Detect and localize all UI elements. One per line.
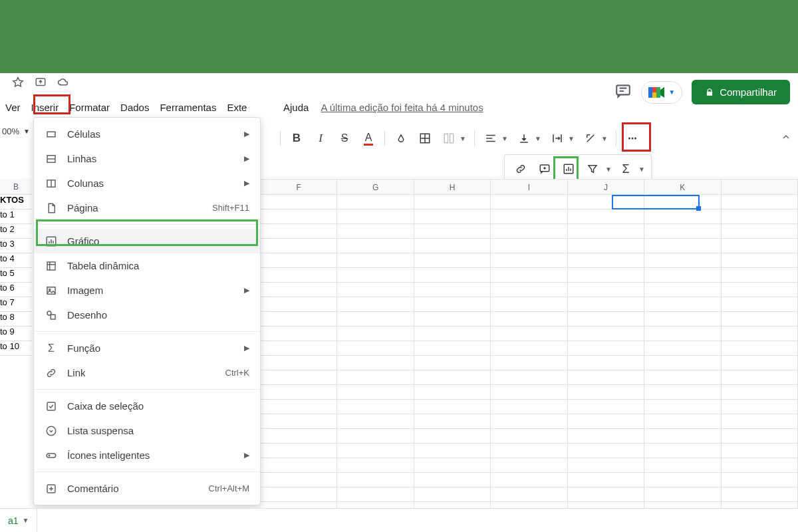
- sheet-tab-active[interactable]: a1 ▼: [0, 509, 37, 533]
- grid-cell[interactable]: [491, 414, 567, 428]
- menu-item-columns[interactable]: Colunas ▶: [34, 171, 260, 196]
- grid-cell[interactable]: [644, 195, 721, 209]
- cell[interactable]: to 6: [0, 283, 32, 297]
- grid-cell[interactable]: [261, 327, 337, 340]
- move-to-drive-icon[interactable]: [35, 76, 47, 91]
- grid-cell[interactable]: [722, 327, 798, 340]
- grid-cell[interactable]: [644, 268, 721, 282]
- menu-ver[interactable]: Ver: [0, 98, 26, 116]
- text-color-button[interactable]: A: [356, 126, 380, 150]
- grid-cell[interactable]: [491, 327, 567, 340]
- grid-row[interactable]: [261, 253, 798, 268]
- chevron-down-icon[interactable]: ▼: [600, 135, 609, 142]
- grid-cell[interactable]: [414, 370, 491, 384]
- cell[interactable]: to 9: [0, 327, 32, 341]
- grid-row[interactable]: [261, 327, 798, 341]
- menu-dados[interactable]: Dados: [115, 98, 154, 116]
- menu-item-chart[interactable]: Gráfico: [34, 229, 260, 253]
- valign-button[interactable]: [512, 126, 536, 150]
- grid-cell[interactable]: [722, 283, 798, 297]
- grid-cell[interactable]: [414, 487, 491, 501]
- grid-cell[interactable]: [414, 253, 491, 267]
- grid-row[interactable]: [261, 341, 798, 356]
- grid-cell[interactable]: [568, 444, 644, 458]
- grid-cell[interactable]: [568, 327, 644, 340]
- grid-cell[interactable]: [568, 400, 644, 414]
- grid-cell[interactable]: [568, 429, 644, 443]
- grid-cell[interactable]: [568, 297, 644, 311]
- grid-cell[interactable]: [568, 356, 644, 370]
- grid-row[interactable]: [261, 458, 798, 473]
- grid-cell[interactable]: [722, 385, 798, 399]
- halign-button[interactable]: [479, 126, 503, 150]
- grid-cell[interactable]: [722, 312, 798, 326]
- grid-cell[interactable]: [491, 458, 567, 472]
- grid-cell[interactable]: [491, 385, 567, 399]
- grid-cell[interactable]: [337, 327, 414, 340]
- grid-cell[interactable]: [491, 297, 567, 311]
- grid-cell[interactable]: [414, 209, 491, 223]
- chevron-down-icon[interactable]: ▼: [500, 135, 509, 142]
- grid-row[interactable]: [261, 268, 798, 283]
- star-icon[interactable]: [12, 76, 24, 91]
- grid-cell[interactable]: [337, 400, 414, 414]
- grid-cell[interactable]: [337, 487, 414, 501]
- grid-cell[interactable]: [644, 341, 721, 355]
- wrap-button[interactable]: [545, 126, 569, 150]
- share-button[interactable]: Compartilhar: [692, 80, 790, 104]
- grid-cell[interactable]: [261, 356, 337, 370]
- grid-cell[interactable]: [337, 283, 414, 297]
- grid-cell[interactable]: [414, 283, 491, 297]
- grid-cell[interactable]: [414, 268, 491, 282]
- grid-cell[interactable]: [722, 253, 798, 267]
- column-header-j[interactable]: J: [568, 180, 644, 194]
- grid-cell[interactable]: [568, 283, 644, 297]
- grid-cell[interactable]: [414, 341, 491, 355]
- chevron-down-icon[interactable]: ▼: [604, 166, 612, 173]
- grid-cell[interactable]: [491, 224, 567, 238]
- menu-item-dropdown-list[interactable]: Lista suspensa: [34, 418, 260, 443]
- italic-button[interactable]: I: [309, 126, 332, 150]
- grid-cell[interactable]: [414, 444, 491, 458]
- menu-extensoes[interactable]: Exte: [221, 98, 252, 116]
- chevron-down-icon[interactable]: ▼: [533, 135, 543, 142]
- grid-cell[interactable]: [261, 473, 337, 487]
- grid-cell[interactable]: [491, 195, 567, 209]
- menu-item-rows[interactable]: Linhas ▶: [34, 146, 260, 171]
- menu-item-link[interactable]: Link Ctrl+K: [34, 360, 260, 385]
- grid-cell[interactable]: [414, 385, 491, 399]
- insert-chart-button[interactable]: [557, 157, 581, 181]
- grid-cell[interactable]: [337, 297, 414, 311]
- grid-cell[interactable]: [337, 341, 414, 355]
- grid-cell[interactable]: [491, 239, 567, 253]
- grid-row[interactable]: [261, 356, 798, 370]
- grid-cell[interactable]: [261, 414, 337, 428]
- grid-cell[interactable]: [568, 268, 644, 282]
- grid-row[interactable]: [261, 414, 798, 429]
- menu-item-drawing[interactable]: Desenho: [34, 303, 260, 327]
- grid-cell[interactable]: [414, 327, 491, 340]
- grid-cell[interactable]: [261, 283, 337, 297]
- zoom-control[interactable]: 00% ▼: [0, 126, 30, 136]
- grid-cell[interactable]: [337, 385, 414, 399]
- grid-row[interactable]: [261, 224, 798, 239]
- grid-cell[interactable]: [261, 385, 337, 399]
- grid-cell[interactable]: [337, 268, 414, 282]
- grid-row[interactable]: [261, 473, 798, 487]
- grid-cell[interactable]: [261, 268, 337, 282]
- cell-header[interactable]: KTOS: [0, 195, 32, 209]
- grid-cell[interactable]: [568, 195, 644, 209]
- chevron-down-icon[interactable]: ▼: [638, 166, 646, 173]
- strikethrough-button[interactable]: S: [332, 126, 356, 150]
- rotation-button[interactable]: [579, 126, 602, 150]
- cell[interactable]: to 5: [0, 268, 32, 283]
- grid-cell[interactable]: [644, 429, 721, 443]
- column-header-l[interactable]: [722, 180, 798, 194]
- grid-cell[interactable]: [644, 414, 721, 428]
- grid-cell[interactable]: [491, 268, 567, 282]
- grid-cell[interactable]: [414, 473, 491, 487]
- grid-cell[interactable]: [491, 356, 567, 370]
- grid-cell[interactable]: [722, 458, 798, 472]
- collapse-toolbar-icon[interactable]: [781, 132, 791, 145]
- grid-cell[interactable]: [644, 327, 721, 340]
